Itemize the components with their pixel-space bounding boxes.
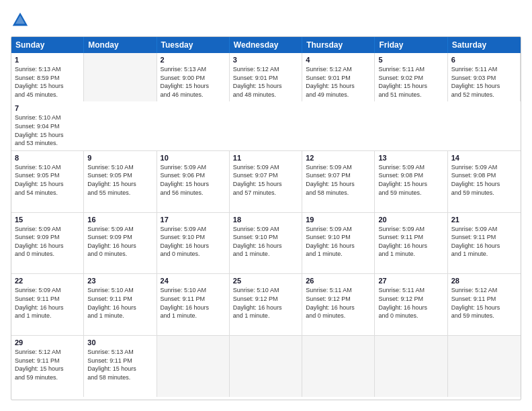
page: SundayMondayTuesdayWednesdayThursdayFrid… <box>0 0 532 411</box>
day-info: Sunrise: 5:10 AM Sunset: 9:11 PM Dayligh… <box>87 286 152 320</box>
weekday-header: Monday <box>84 37 157 53</box>
header <box>11 11 521 30</box>
calendar-cell: 27Sunrise: 5:11 AM Sunset: 9:12 PM Dayli… <box>375 274 447 335</box>
calendar-cell: 24Sunrise: 5:10 AM Sunset: 9:11 PM Dayli… <box>157 274 230 335</box>
day-number: 8 <box>15 154 80 162</box>
calendar-row: 29Sunrise: 5:12 AM Sunset: 9:11 PM Dayli… <box>11 335 521 397</box>
weekday-header: Saturday <box>448 37 521 53</box>
day-number: 29 <box>15 338 80 347</box>
calendar-cell: 2Sunrise: 5:13 AM Sunset: 9:00 PM Daylig… <box>157 53 230 101</box>
day-number: 16 <box>87 216 152 224</box>
calendar-cell: 18Sunrise: 5:09 AM Sunset: 9:10 PM Dayli… <box>230 213 302 274</box>
day-number: 10 <box>161 154 226 162</box>
calendar-cell: 23Sunrise: 5:10 AM Sunset: 9:11 PM Dayli… <box>84 274 157 335</box>
calendar-cell: 11Sunrise: 5:09 AM Sunset: 9:07 PM Dayli… <box>230 151 302 212</box>
day-number: 13 <box>378 154 443 162</box>
day-number: 2 <box>161 56 226 64</box>
calendar-cell: 30Sunrise: 5:13 AM Sunset: 9:11 PM Dayli… <box>84 336 157 397</box>
day-info: Sunrise: 5:11 AM Sunset: 9:03 PM Dayligh… <box>451 65 517 99</box>
calendar-cell: 13Sunrise: 5:09 AM Sunset: 9:08 PM Dayli… <box>375 151 447 212</box>
day-number: 24 <box>161 277 226 285</box>
calendar-cell: 15Sunrise: 5:09 AM Sunset: 9:09 PM Dayli… <box>11 213 84 274</box>
day-info: Sunrise: 5:09 AM Sunset: 9:11 PM Dayligh… <box>451 225 517 259</box>
day-info: Sunrise: 5:09 AM Sunset: 9:10 PM Dayligh… <box>161 225 226 259</box>
day-number: 12 <box>306 154 371 162</box>
calendar-cell: 17Sunrise: 5:09 AM Sunset: 9:10 PM Dayli… <box>157 213 230 274</box>
day-info: Sunrise: 5:09 AM Sunset: 9:07 PM Dayligh… <box>306 163 371 197</box>
day-info: Sunrise: 5:10 AM Sunset: 9:04 PM Dayligh… <box>15 113 81 147</box>
calendar-row: 1Sunrise: 5:13 AM Sunset: 8:59 PM Daylig… <box>11 53 521 150</box>
day-number: 17 <box>161 216 226 224</box>
calendar-row: 8Sunrise: 5:10 AM Sunset: 9:05 PM Daylig… <box>11 150 521 212</box>
day-number: 15 <box>15 216 80 224</box>
calendar-cell: 16Sunrise: 5:09 AM Sunset: 9:09 PM Dayli… <box>84 213 157 274</box>
calendar-cell: 12Sunrise: 5:09 AM Sunset: 9:07 PM Dayli… <box>302 151 375 212</box>
day-info: Sunrise: 5:09 AM Sunset: 9:06 PM Dayligh… <box>161 163 226 197</box>
logo <box>11 11 32 30</box>
weekday-header: Friday <box>375 37 447 53</box>
day-number: 25 <box>233 277 298 285</box>
calendar-cell <box>375 336 447 397</box>
day-info: Sunrise: 5:10 AM Sunset: 9:05 PM Dayligh… <box>87 163 152 197</box>
day-info: Sunrise: 5:12 AM Sunset: 9:01 PM Dayligh… <box>306 65 371 99</box>
day-info: Sunrise: 5:13 AM Sunset: 8:59 PM Dayligh… <box>15 65 80 99</box>
day-info: Sunrise: 5:09 AM Sunset: 9:09 PM Dayligh… <box>87 225 152 259</box>
day-info: Sunrise: 5:09 AM Sunset: 9:10 PM Dayligh… <box>233 225 298 259</box>
day-number: 7 <box>15 104 81 112</box>
day-info: Sunrise: 5:09 AM Sunset: 9:09 PM Dayligh… <box>15 225 80 259</box>
calendar-cell: 19Sunrise: 5:09 AM Sunset: 9:10 PM Dayli… <box>302 213 375 274</box>
calendar-cell: 20Sunrise: 5:09 AM Sunset: 9:11 PM Dayli… <box>375 213 447 274</box>
day-info: Sunrise: 5:12 AM Sunset: 9:11 PM Dayligh… <box>15 348 80 381</box>
day-number: 21 <box>451 216 517 224</box>
day-number: 26 <box>306 277 371 285</box>
day-info: Sunrise: 5:09 AM Sunset: 9:07 PM Dayligh… <box>233 163 298 197</box>
day-number: 11 <box>233 154 298 162</box>
calendar-cell <box>84 53 157 101</box>
calendar: SundayMondayTuesdayWednesdayThursdayFrid… <box>11 36 521 400</box>
day-info: Sunrise: 5:12 AM Sunset: 9:01 PM Dayligh… <box>233 65 298 99</box>
weekday-header: Thursday <box>302 37 375 53</box>
day-number: 27 <box>378 277 443 285</box>
day-info: Sunrise: 5:09 AM Sunset: 9:08 PM Dayligh… <box>451 163 517 197</box>
day-info: Sunrise: 5:09 AM Sunset: 9:08 PM Dayligh… <box>378 163 443 197</box>
day-number: 5 <box>378 56 443 64</box>
calendar-cell: 6Sunrise: 5:11 AM Sunset: 9:03 PM Daylig… <box>448 53 521 101</box>
logo-icon <box>11 11 30 30</box>
weekday-header: Wednesday <box>230 37 302 53</box>
calendar-cell: 29Sunrise: 5:12 AM Sunset: 9:11 PM Dayli… <box>11 336 84 397</box>
day-number: 30 <box>87 338 152 347</box>
calendar-header: SundayMondayTuesdayWednesdayThursdayFrid… <box>11 37 521 53</box>
day-number: 3 <box>233 56 298 64</box>
day-number: 23 <box>87 277 152 285</box>
day-number: 20 <box>378 216 443 224</box>
calendar-cell: 10Sunrise: 5:09 AM Sunset: 9:06 PM Dayli… <box>157 151 230 212</box>
calendar-cell: 28Sunrise: 5:12 AM Sunset: 9:11 PM Dayli… <box>448 274 521 335</box>
calendar-cell: 25Sunrise: 5:10 AM Sunset: 9:12 PM Dayli… <box>230 274 302 335</box>
calendar-cell: 22Sunrise: 5:09 AM Sunset: 9:11 PM Dayli… <box>11 274 84 335</box>
day-info: Sunrise: 5:09 AM Sunset: 9:11 PM Dayligh… <box>378 225 443 259</box>
calendar-cell <box>302 336 375 397</box>
day-info: Sunrise: 5:11 AM Sunset: 9:12 PM Dayligh… <box>306 286 371 320</box>
calendar-cell: 9Sunrise: 5:10 AM Sunset: 9:05 PM Daylig… <box>84 151 157 212</box>
calendar-cell <box>157 336 230 397</box>
day-info: Sunrise: 5:10 AM Sunset: 9:12 PM Dayligh… <box>233 286 298 320</box>
calendar-cell: 3Sunrise: 5:12 AM Sunset: 9:01 PM Daylig… <box>230 53 302 101</box>
day-info: Sunrise: 5:11 AM Sunset: 9:02 PM Dayligh… <box>378 65 443 99</box>
calendar-cell: 21Sunrise: 5:09 AM Sunset: 9:11 PM Dayli… <box>448 213 521 274</box>
calendar-cell: 26Sunrise: 5:11 AM Sunset: 9:12 PM Dayli… <box>302 274 375 335</box>
calendar-cell: 4Sunrise: 5:12 AM Sunset: 9:01 PM Daylig… <box>302 53 375 101</box>
calendar-cell: 5Sunrise: 5:11 AM Sunset: 9:02 PM Daylig… <box>375 53 447 101</box>
day-info: Sunrise: 5:09 AM Sunset: 9:10 PM Dayligh… <box>306 225 371 259</box>
weekday-header: Tuesday <box>157 37 230 53</box>
day-number: 18 <box>233 216 298 224</box>
day-info: Sunrise: 5:09 AM Sunset: 9:11 PM Dayligh… <box>15 286 80 320</box>
day-number: 19 <box>306 216 371 224</box>
day-info: Sunrise: 5:11 AM Sunset: 9:12 PM Dayligh… <box>378 286 443 320</box>
calendar-cell: 7Sunrise: 5:10 AM Sunset: 9:04 PM Daylig… <box>11 101 84 150</box>
calendar-body: 1Sunrise: 5:13 AM Sunset: 8:59 PM Daylig… <box>11 53 521 397</box>
day-info: Sunrise: 5:13 AM Sunset: 9:00 PM Dayligh… <box>161 65 226 99</box>
weekday-header: Sunday <box>11 37 84 53</box>
day-number: 28 <box>451 277 517 285</box>
calendar-row: 22Sunrise: 5:09 AM Sunset: 9:11 PM Dayli… <box>11 273 521 335</box>
day-number: 4 <box>306 56 371 64</box>
